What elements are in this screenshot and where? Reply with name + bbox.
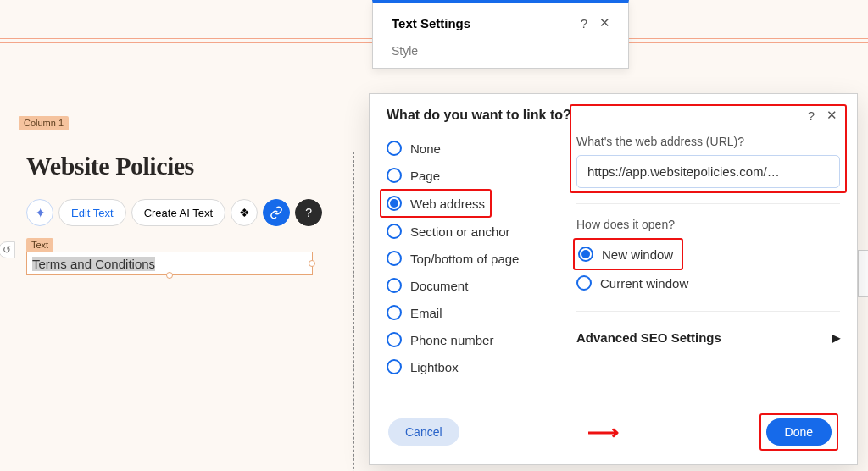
edit-text-button[interactable]: Edit Text bbox=[58, 199, 126, 226]
radio-icon bbox=[387, 305, 402, 320]
create-ai-text-button[interactable]: Create AI Text bbox=[131, 199, 225, 226]
sparkle-icon: ✦ bbox=[35, 205, 46, 221]
radio-icon bbox=[387, 168, 402, 183]
link-type-group: None Page Web address Section or anchor … bbox=[387, 135, 556, 402]
radio-label: Lightbox bbox=[410, 360, 459, 374]
radio-icon bbox=[387, 141, 402, 156]
radio-label: None bbox=[410, 141, 441, 156]
url-label: What's the web address (URL)? bbox=[576, 135, 840, 148]
help-button[interactable]: ? bbox=[295, 199, 322, 226]
url-input[interactable]: https://app.websitepolicies.com/… bbox=[576, 155, 840, 188]
style-tab[interactable]: Style bbox=[373, 39, 628, 68]
design-icon: ❖ bbox=[239, 206, 250, 219]
cancel-button[interactable]: Cancel bbox=[388, 418, 459, 446]
page-heading: Website Policies bbox=[26, 152, 353, 180]
design-button[interactable]: ❖ bbox=[231, 199, 258, 226]
radio-option-lightbox[interactable]: Lightbox bbox=[387, 353, 556, 380]
radio-label: Phone number bbox=[410, 333, 493, 347]
advanced-label: Advanced SEO Settings bbox=[576, 330, 721, 345]
divider bbox=[576, 203, 840, 204]
radio-icon bbox=[387, 251, 402, 266]
radio-icon bbox=[387, 359, 402, 374]
radio-option-web-address[interactable]: Web address bbox=[387, 192, 485, 214]
text-settings-panel: Text Settings ? ✕ Style bbox=[372, 0, 629, 69]
text-element[interactable]: Terms and Conditions bbox=[26, 252, 313, 275]
radio-open-currentwindow[interactable]: Current window bbox=[576, 270, 840, 296]
text-toolbar: ✦ Edit Text Create AI Text ❖ ? bbox=[26, 199, 353, 226]
radio-icon bbox=[387, 196, 402, 211]
radio-option-document[interactable]: Document bbox=[387, 272, 556, 299]
dialog-help-button[interactable]: ? bbox=[801, 108, 821, 123]
column-label: Column 1 bbox=[19, 116, 69, 130]
help-icon: ? bbox=[305, 206, 312, 219]
radio-label: New window bbox=[602, 247, 673, 262]
chevron-right-icon: ▶ bbox=[832, 332, 840, 344]
radio-icon bbox=[576, 275, 592, 291]
radio-icon bbox=[387, 278, 402, 293]
radio-option-section[interactable]: Section or anchor bbox=[387, 218, 556, 245]
radio-label: Top/bottom of page bbox=[410, 252, 519, 266]
dialog-title: What do you want to link to? bbox=[387, 108, 801, 123]
radio-icon bbox=[387, 224, 402, 239]
radio-option-none[interactable]: None bbox=[387, 135, 556, 162]
radio-label: Web address bbox=[410, 197, 485, 211]
radio-icon bbox=[387, 332, 402, 347]
radio-label: Document bbox=[410, 279, 468, 293]
ai-sparkle-button[interactable]: ✦ bbox=[26, 199, 53, 226]
advanced-seo-toggle[interactable]: Advanced SEO Settings ▶ bbox=[576, 330, 840, 345]
panel-title: Text Settings bbox=[392, 16, 574, 30]
panel-help-button[interactable]: ? bbox=[574, 16, 594, 30]
undo-icon: ↺ bbox=[3, 244, 11, 256]
link-dialog: What do you want to link to? ? ✕ None Pa… bbox=[369, 93, 858, 465]
resize-handle-bottom[interactable] bbox=[166, 272, 173, 279]
divider bbox=[576, 311, 840, 312]
radio-label: Section or anchor bbox=[410, 224, 510, 239]
panel-close-button[interactable]: ✕ bbox=[594, 15, 615, 30]
radio-label: Page bbox=[410, 169, 440, 183]
editor-column: Column 1 Website Policies ✦ Edit Text Cr… bbox=[19, 114, 354, 471]
open-label: How does it open? bbox=[576, 218, 840, 231]
radio-label: Current window bbox=[600, 276, 688, 291]
text-content: Terms and Conditions bbox=[32, 257, 155, 271]
done-button[interactable]: Done bbox=[766, 418, 832, 446]
undo-button[interactable]: ↺ bbox=[0, 241, 15, 258]
link-details: What's the web address (URL)? https://ap… bbox=[576, 135, 840, 402]
link-icon bbox=[270, 206, 283, 219]
panel-peek bbox=[858, 250, 868, 297]
annotation-arrow-icon: ⟶ bbox=[587, 421, 619, 443]
radio-icon bbox=[578, 247, 593, 262]
dialog-close-button[interactable]: ✕ bbox=[821, 108, 842, 123]
resize-handle-right[interactable] bbox=[309, 260, 315, 267]
radio-label: Email bbox=[410, 306, 442, 320]
text-element-label: Text bbox=[26, 238, 53, 252]
radio-open-newwindow[interactable]: New window bbox=[575, 241, 673, 267]
link-button[interactable] bbox=[263, 199, 290, 226]
radio-option-phone[interactable]: Phone number bbox=[387, 326, 556, 353]
column-box: Website Policies ✦ Edit Text Create AI T… bbox=[19, 152, 354, 471]
radio-option-email[interactable]: Email bbox=[387, 299, 556, 326]
radio-option-page[interactable]: Page bbox=[387, 162, 556, 189]
radio-option-topbottom[interactable]: Top/bottom of page bbox=[387, 245, 556, 272]
